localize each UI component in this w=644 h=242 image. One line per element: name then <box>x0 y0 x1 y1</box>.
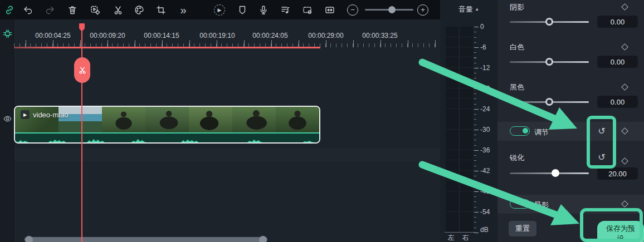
adjust-section-header: 调节 ↺ <box>497 122 644 141</box>
playhead-line[interactable] <box>81 23 82 242</box>
render-preview-icon[interactable] <box>301 3 314 17</box>
crop-icon[interactable] <box>154 3 168 17</box>
volume-panel-header[interactable]: 音量 ▲ <box>440 4 497 14</box>
ruler-timestamp: 00:00:14:15 <box>144 32 179 39</box>
keyframe-diamond-icon[interactable] <box>621 157 628 165</box>
video-editor-window: » ▶ − + <box>0 0 644 242</box>
timeline-horizontal-scrollbar[interactable] <box>25 237 267 242</box>
db-scale-label: 0 <box>480 23 484 31</box>
adjust-reset-icon[interactable]: ↺ <box>597 126 607 136</box>
db-scale-label: -12 <box>480 64 490 72</box>
video-clip[interactable]: ▶ video-miao <box>14 106 320 144</box>
ruler-timestamp: 00:00:24:05 <box>252 32 287 39</box>
volume-title: 音量 <box>458 5 473 13</box>
color-palette-icon[interactable] <box>133 3 146 17</box>
black-label: 黑色 <box>510 82 524 92</box>
db-scale-label: -48 <box>480 187 490 195</box>
db-scale-label: -18 <box>480 85 490 92</box>
volume-meter-panel: 音量 ▲ 0 -6 -12 -18 -24 -30 -36 -42 -48 -5… <box>440 0 497 242</box>
ruler-timestamp: 00:00:09:20 <box>90 32 125 39</box>
track-visibility-eye-icon[interactable] <box>2 113 13 124</box>
split-at-playhead-button[interactable] <box>74 57 90 83</box>
white-value[interactable]: 0.00 <box>597 56 638 68</box>
white-slider[interactable] <box>510 61 589 63</box>
vignette-section-header: 晕影 <box>497 195 644 214</box>
shadow-slider[interactable] <box>510 21 589 23</box>
white-label: 白色 <box>510 42 524 52</box>
keyframe-diamond-icon[interactable] <box>621 83 628 91</box>
clip-name: video-miao <box>33 111 69 119</box>
sharpen-reset-icon[interactable]: ↺ <box>597 152 607 162</box>
ruler-timestamp: 00:00:33:25 <box>362 32 397 39</box>
keyframe-diamond-icon[interactable] <box>621 200 628 208</box>
fit-timeline-icon[interactable] <box>323 3 336 17</box>
smart-cutout-icon[interactable] <box>89 3 102 17</box>
adjust-toggle[interactable] <box>510 126 530 136</box>
vignette-toggle[interactable] <box>510 199 530 209</box>
marker-icon[interactable] <box>236 3 249 17</box>
adjust-section-label: 调节 <box>534 127 549 137</box>
zoom-in-icon[interactable]: + <box>416 3 430 17</box>
save-as-preset-button[interactable]: 保存为预设 <box>597 221 644 242</box>
black-slider[interactable] <box>510 101 589 103</box>
undo-icon[interactable] <box>21 3 35 17</box>
ruler-ticks[interactable] <box>14 39 437 47</box>
ruler-timestamp: 00:00:04:25 <box>35 32 70 39</box>
scrollbar-right-handle[interactable] <box>259 236 267 242</box>
snap-icon[interactable] <box>2 28 13 39</box>
keyframe-diamond-icon[interactable] <box>621 43 628 51</box>
db-scale-label: -30 <box>480 126 490 134</box>
microphone-icon[interactable] <box>257 3 270 17</box>
redo-icon[interactable] <box>43 3 57 17</box>
timeline-toolbar: » ▶ − + <box>0 0 440 19</box>
sharpen-slider-handle[interactable] <box>552 169 559 177</box>
sharpen-label: 锐化 <box>510 153 524 163</box>
white-slider-handle[interactable] <box>545 58 553 66</box>
right-channel-label: 右 <box>462 233 469 242</box>
shadow-slider-handle[interactable] <box>545 18 553 26</box>
collapse-triangle-icon[interactable]: ▲ <box>475 7 479 12</box>
keyframe-diamond-icon[interactable] <box>621 127 628 135</box>
clip-duration-indicator <box>14 47 320 48</box>
db-scale-label: -54 <box>480 208 490 216</box>
clip-thumbnail <box>145 107 189 134</box>
reset-button[interactable]: 重置 <box>509 221 536 236</box>
more-tools-icon[interactable]: » <box>177 3 190 17</box>
db-scale-label: -24 <box>480 105 490 113</box>
ruler-timestamp: 00:00:29:00 <box>308 32 343 39</box>
timeline-zoom-slider[interactable] <box>365 9 413 11</box>
split-scissors-icon[interactable] <box>111 3 125 17</box>
sharpen-slider[interactable] <box>510 172 589 174</box>
shadow-label: 阴影 <box>510 2 524 12</box>
keyframe-diamond-icon[interactable] <box>621 3 628 11</box>
meter-ticks <box>474 27 479 233</box>
audio-mixer-icon[interactable] <box>279 3 292 17</box>
link-icon[interactable] <box>3 3 16 17</box>
scrollbar-left-handle[interactable] <box>25 236 33 242</box>
empty-track-row[interactable] <box>14 148 440 162</box>
db-scale-label: -6 <box>480 43 486 51</box>
db-scale-label: -36 <box>480 146 490 154</box>
clip-thumbnail <box>189 107 232 134</box>
sharpen-value[interactable]: 20.00 <box>597 167 638 180</box>
black-value[interactable]: 0.00 <box>597 96 638 108</box>
trash-icon[interactable] <box>66 3 79 17</box>
db-scale-label: -42 <box>480 167 490 175</box>
shadow-value[interactable]: 0.00 <box>597 16 638 28</box>
track-header-gutter <box>0 19 14 242</box>
left-channel-label: 左 <box>448 233 455 242</box>
color-adjust-panel: 阴影 0.00 白色 0.00 黑色 0.00 调节 ↺ 锐化 ↺ <box>497 0 644 242</box>
black-slider-handle[interactable] <box>545 98 553 106</box>
vignette-section-label: 晕影 <box>534 200 549 210</box>
ruler-timestamp: 00:00:19:10 <box>199 32 235 39</box>
zoom-slider-handle[interactable] <box>388 6 396 13</box>
zoom-out-icon[interactable]: − <box>346 3 359 17</box>
clip-thumbnail <box>232 107 276 134</box>
clip-thumbnail <box>102 107 145 134</box>
db-unit-label: dB <box>480 226 489 234</box>
meter-bar-right <box>460 27 473 232</box>
meter-baseline <box>445 232 475 233</box>
speed-ramp-icon[interactable]: ▶ <box>213 3 226 17</box>
playhead-marker[interactable] <box>77 23 86 36</box>
timeline-area[interactable]: 00:00:04:25 00:00:09:20 00:00:14:15 00:0… <box>0 19 440 242</box>
